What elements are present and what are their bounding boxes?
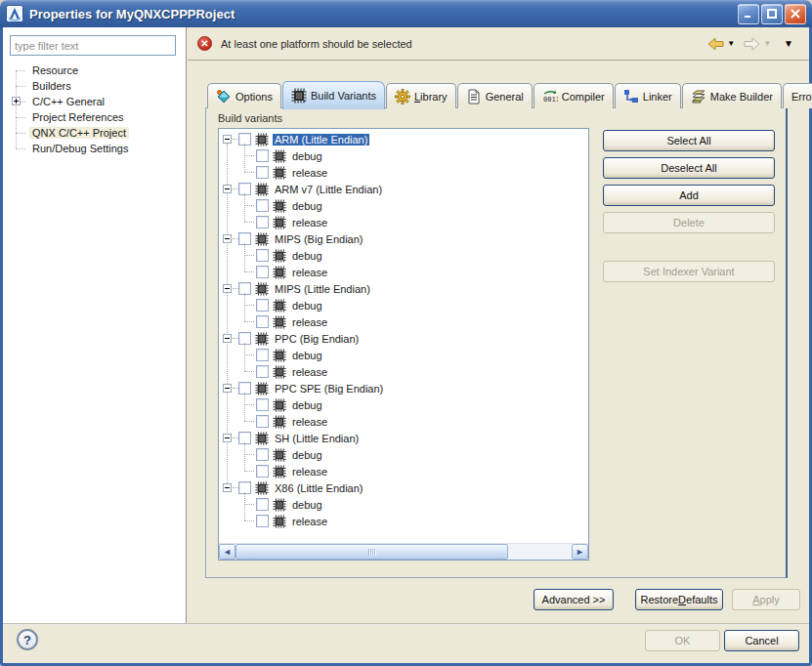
collapse-icon[interactable] [223,434,232,442]
variant-checkbox[interactable] [256,315,269,328]
collapse-icon[interactable] [223,185,232,193]
tree-row-platform[interactable]: MIPS (Big Endian) [219,230,588,247]
tree-row-platform[interactable]: PPC SPE (Big Endian) [219,380,588,396]
tree-row-variant[interactable]: debug [219,297,588,313]
apply-button[interactable]: Apply [732,589,800,610]
tab-error-parsers[interactable]: Error Parsers [783,83,812,108]
tree-row-variant[interactable]: debug [219,147,588,164]
tree-row-variant[interactable]: debug [219,347,588,363]
variant-label: debug [290,499,324,511]
scroll-left-button[interactable]: ◄ [219,544,235,560]
sidebar-item-qnx-c-c-project[interactable]: QNX C/C++ Project [3,125,187,141]
set-indexer-variant-button[interactable]: Set Indexer Variant [603,261,775,282]
minimize-button[interactable] [738,4,759,24]
tree-row-variant[interactable]: debug [219,197,588,214]
sidebar-item-run-debug-settings[interactable]: Run/Debug Settings [3,141,187,156]
forward-arrow-icon[interactable] [744,37,760,51]
tree-row-variant[interactable]: release [219,264,588,280]
back-arrow-icon[interactable] [707,37,724,51]
maximize-button[interactable] [761,4,783,24]
select-all-button[interactable]: Select All [603,130,775,151]
variant-checkbox[interactable] [256,299,269,312]
tab-label: Compiler [562,91,605,103]
collapse-icon[interactable] [223,384,232,393]
variant-checkbox[interactable] [256,349,269,361]
view-menu-icon[interactable]: ▼ [784,39,793,49]
tab-label: Linker [643,91,672,103]
tab-linker[interactable]: Linker [615,83,681,108]
sidebar-item-builders[interactable]: Builders [3,78,187,94]
variant-checkbox[interactable] [256,166,269,179]
tree-row-platform[interactable]: SH (Little Endian) [219,430,588,446]
tab-build-variants[interactable]: Build Variants [282,81,385,109]
back-history-dropdown-icon[interactable]: ▼ [727,40,735,48]
deselect-all-button[interactable]: Deselect All [603,157,775,179]
tree-row-platform[interactable]: ARM v7 (Little Endian) [219,181,588,197]
sidebar-item-label: Run/Debug Settings [29,143,131,154]
collapse-icon[interactable] [223,483,232,492]
delete-button[interactable]: Delete [603,212,775,233]
advanced-button[interactable]: Advanced >> [534,589,614,610]
collapse-icon[interactable] [223,135,232,144]
sidebar-item-c-c-general[interactable]: C/C++ General [3,94,187,109]
ok-button[interactable]: OK [645,630,720,651]
tree-row-variant[interactable]: release [219,313,588,330]
variant-checkbox[interactable] [256,266,269,278]
scroll-track[interactable] [235,544,572,560]
tree-row-variant[interactable]: debug [219,446,588,463]
collapse-icon[interactable] [223,234,232,243]
tab-label: Build Variants [311,90,376,102]
tree-row-variant[interactable]: release [219,363,588,380]
variant-checkbox[interactable] [256,515,269,527]
variant-checkbox[interactable] [256,498,269,511]
horizontal-scrollbar[interactable]: ◄ ► [219,543,588,560]
scroll-thumb[interactable] [235,544,508,560]
tree-row-variant[interactable]: debug [219,496,588,513]
tree-row-platform[interactable]: X86 (Little Endian) [219,479,588,496]
variant-checkbox[interactable] [256,415,269,428]
tab-compiler[interactable]: 0011Compiler [534,83,614,108]
tab-library[interactable]: Library [386,83,456,108]
scroll-right-button[interactable]: ► [572,544,588,560]
restore-defaults-button[interactable]: Restore Defaults [635,589,723,610]
tree-row-variant[interactable]: debug [219,247,588,264]
title-bar: Properties for MyQNXCPPPRoject [0,0,812,27]
expand-icon[interactable] [12,97,21,105]
tree-row-variant[interactable]: release [219,164,588,181]
tab-options[interactable]: Options [207,83,281,108]
cancel-button[interactable]: Cancel [724,630,799,651]
collapse-icon[interactable] [223,284,232,293]
filter-input[interactable] [10,35,176,56]
variant-checkbox[interactable] [256,398,269,411]
tree-row-variant[interactable]: release [219,214,588,230]
variant-checkbox[interactable] [256,365,269,378]
chip-icon [255,432,269,445]
tree-row-platform[interactable]: PPC (Big Endian) [219,330,588,347]
tree-row-variant[interactable]: debug [219,396,588,413]
tree-row-platform[interactable]: MIPS (Little Endian) [219,280,588,297]
variant-checkbox[interactable] [256,216,269,229]
tree-row-variant[interactable]: release [219,413,588,430]
variant-checkbox[interactable] [256,465,269,478]
tree-row-variant[interactable]: release [219,463,588,479]
sidebar-item-project-references[interactable]: Project References [3,109,187,125]
error-message: At least one platform should be selected [221,38,412,50]
close-button[interactable] [785,4,806,24]
variant-checkbox[interactable] [256,448,269,461]
sidebar-item-resource[interactable]: Resource [3,62,187,78]
collapse-icon[interactable] [223,334,232,343]
platform-label: ARM (Little Endian) [273,134,369,146]
tab-label: Library [414,91,448,103]
properties-nav-tree: ResourceBuildersC/C++ GeneralProject Ref… [3,62,187,156]
help-button[interactable]: ? [17,629,38,650]
add-button[interactable]: Add [603,185,775,206]
tree-row-variant[interactable]: release [219,513,588,529]
tab-general[interactable]: General [457,83,533,108]
variant-checkbox[interactable] [256,199,269,212]
options-icon [216,89,232,104]
tree-row-platform[interactable]: ARM (Little Endian) [219,131,588,147]
tab-make-builder[interactable]: Make Builder [682,83,782,108]
variant-checkbox[interactable] [256,149,269,162]
variant-checkbox[interactable] [256,249,269,262]
forward-history-dropdown-icon[interactable]: ▼ [763,40,771,48]
